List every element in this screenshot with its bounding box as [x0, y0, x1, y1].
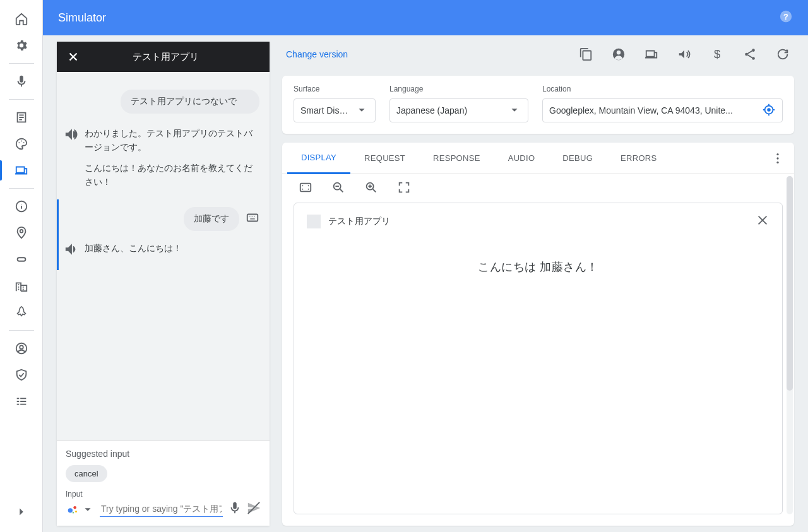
nav-rocket-icon[interactable]: [6, 300, 37, 325]
input-label: Input: [66, 490, 261, 499]
chat-stream: テスト用アプリにつないで わかりました。テスト用アプリのテストバージョンです。 …: [57, 72, 270, 440]
nav-home-icon[interactable]: [6, 6, 37, 32]
nav-chip-icon[interactable]: [6, 247, 37, 272]
nav-info-icon[interactable]: [6, 194, 37, 219]
volume-icon[interactable]: [677, 47, 692, 62]
svg-rect-5: [17, 257, 25, 261]
nav-location-icon[interactable]: [6, 220, 37, 245]
suggested-input-label: Suggested input: [66, 449, 261, 459]
svg-point-26: [776, 161, 778, 163]
tab-request[interactable]: REQUEST: [350, 143, 419, 173]
chat-input[interactable]: [100, 501, 223, 517]
nav-devices-icon[interactable]: [6, 158, 37, 183]
nav-palette-icon[interactable]: [6, 131, 37, 157]
tabs-card: DISPLAY REQUEST RESPONSE AUDIO DEBUG ERR…: [282, 143, 794, 526]
copy-icon[interactable]: [578, 47, 593, 62]
nav-settings-icon[interactable]: [6, 33, 37, 58]
svg-point-25: [776, 157, 778, 159]
close-icon[interactable]: [756, 213, 769, 229]
language-label: Language: [389, 85, 528, 93]
svg-text:$: $: [714, 47, 720, 61]
keyboard-icon: [246, 211, 259, 227]
svg-point-30: [302, 189, 304, 190]
svg-point-23: [767, 108, 771, 112]
app-logo-placeholder: [307, 215, 321, 228]
share-icon[interactable]: [742, 47, 758, 62]
tabs-row: DISPLAY REQUEST RESPONSE AUDIO DEBUG ERR…: [282, 143, 794, 174]
tab-errors[interactable]: ERRORS: [607, 143, 670, 173]
svg-point-28: [302, 185, 304, 186]
svg-rect-10: [247, 215, 258, 222]
my-location-icon: [762, 103, 776, 119]
svg-point-17: [617, 50, 621, 54]
nav-expand-icon[interactable]: [6, 499, 37, 524]
chat-header: テスト用アプリ: [57, 42, 270, 72]
tab-debug[interactable]: DEBUG: [549, 143, 607, 173]
settings-card: Surface Smart Displ… Language Japanese (…: [282, 76, 794, 134]
svg-text:?: ?: [783, 11, 788, 21]
surface-dropdown[interactable]: Smart Displ…: [294, 98, 376, 122]
svg-point-2: [23, 142, 24, 143]
tab-response[interactable]: RESPONSE: [419, 143, 494, 173]
speaker-icon[interactable]: [64, 126, 78, 196]
change-version-link[interactable]: Change version: [286, 49, 348, 59]
chat-title: テスト用アプリ: [82, 51, 262, 63]
more-icon[interactable]: [766, 151, 789, 165]
svg-point-12: [73, 505, 76, 509]
suggested-input-section: Suggested input cancel: [57, 441, 270, 486]
user-message-row: 加藤です: [62, 204, 263, 233]
left-nav: [0, 0, 43, 532]
svg-point-24: [776, 153, 778, 155]
user-message: テスト用アプリにつないで: [121, 90, 259, 114]
send-disabled-icon: [247, 501, 261, 517]
zoom-out-icon[interactable]: [331, 180, 345, 196]
svg-point-7: [20, 345, 23, 349]
chat-panel: テスト用アプリ テスト用アプリにつないで わかりました。テスト用アプリのテストバ…: [57, 42, 270, 526]
device-preview: テスト用アプリ こんにちは 加藤さん！: [294, 203, 783, 514]
svg-point-13: [75, 511, 77, 512]
scrollbar-thumb[interactable]: [787, 176, 793, 391]
smart-display-icon[interactable]: [644, 47, 659, 62]
chevron-down-icon: [508, 103, 521, 119]
account-icon[interactable]: [611, 47, 626, 62]
nav-account-icon[interactable]: [6, 336, 37, 361]
assistant-logo-icon[interactable]: [66, 502, 95, 516]
fit-screen-icon[interactable]: [299, 180, 312, 196]
svg-point-0: [18, 142, 20, 143]
chevron-down-icon: [355, 103, 369, 119]
svg-point-29: [308, 185, 309, 186]
assistant-message: わかりました。テスト用アプリのテストバージョンです。 こんにちは！あなたのお名前…: [62, 119, 263, 199]
surface-label: Surface: [294, 85, 376, 93]
control-bar: Change version $: [282, 42, 794, 67]
device-message: こんにちは 加藤さん！: [478, 259, 598, 275]
nav-list-icon[interactable]: [6, 389, 37, 414]
svg-point-1: [21, 141, 22, 142]
svg-point-4: [20, 230, 23, 233]
nav-business-icon[interactable]: [6, 273, 37, 299]
dollar-icon[interactable]: $: [710, 47, 725, 62]
nav-mic-icon[interactable]: [6, 69, 37, 94]
active-turn: 加藤です 加藤さん、こんにちは！: [57, 199, 263, 270]
nav-shield-icon[interactable]: [6, 362, 37, 387]
location-label: Location: [542, 85, 783, 93]
speaker-icon[interactable]: [64, 241, 78, 261]
fullscreen-icon[interactable]: [397, 180, 411, 196]
location-field[interactable]: Googleplex, Mountain View, CA 94043, Uni…: [542, 98, 783, 122]
help-icon[interactable]: ?: [779, 9, 793, 27]
svg-point-14: [73, 512, 74, 513]
close-icon[interactable]: [64, 48, 82, 66]
display-tools: [282, 174, 794, 203]
assistant-message: 加藤さん、こんにちは！: [62, 233, 263, 265]
tab-display[interactable]: DISPLAY: [287, 143, 350, 174]
tab-audio[interactable]: AUDIO: [494, 143, 549, 173]
nav-notes-icon[interactable]: [6, 105, 37, 130]
suggested-chip[interactable]: cancel: [66, 465, 107, 482]
svg-point-31: [308, 189, 309, 190]
zoom-in-icon[interactable]: [364, 180, 378, 196]
svg-point-11: [68, 508, 73, 512]
refresh-icon[interactable]: [775, 47, 790, 62]
page-title: Simulator: [58, 11, 106, 25]
language-dropdown[interactable]: Japanese (Japan): [389, 98, 528, 122]
svg-rect-27: [300, 184, 311, 192]
mic-icon[interactable]: [228, 501, 242, 517]
